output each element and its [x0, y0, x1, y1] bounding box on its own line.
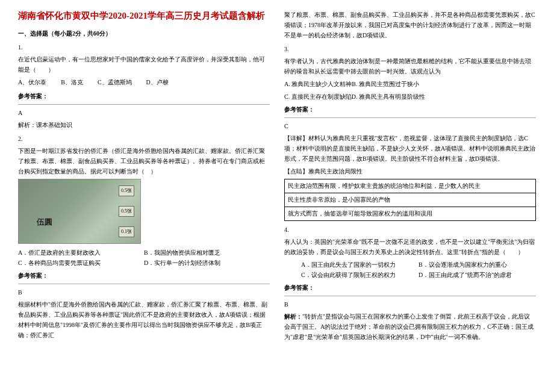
q4-explain: 解析："转折点"是指议会与国王在国家权力的重心上发生了倒置，此前王权高于议会，此…: [284, 311, 536, 342]
q2-explain-cont: 聚了粮票、布票、棉票、副食品购买券、工业品购买券，并不是各种商品都需要凭票购买，…: [284, 10, 536, 40]
q1-explain: 解析：课本基础知识: [18, 120, 270, 130]
q1-opt-d: D、卢梭: [146, 77, 169, 87]
coupon-value: 伍圓: [37, 216, 52, 229]
q1-opt-c: C、孟德斯鸠: [98, 77, 132, 87]
table-row: 就方式而言，抽签选举可能导致国家权力的滥用和误用: [285, 207, 536, 221]
q4-text: 有人认为：英国的"光荣革命"既不是一次微不足道的政变，也不是一次以建立"平衡宪法…: [284, 237, 536, 257]
q2-opt-b: B．我国的物资供应相对匮乏: [144, 247, 270, 258]
q4-opt-c: C．议会由此获得了限制王权的权力: [301, 270, 419, 280]
q4-number: 4.: [284, 225, 536, 235]
q2-opt-d: D．实行单一的计划经济体制: [144, 258, 270, 268]
q1-answer: A: [18, 108, 270, 118]
q4-options: A．国王由此失去了国家的一切权力 B．议会逐渐成为国家权力的重心 C．议会由此获…: [284, 260, 536, 280]
q1-options: A、伏尔泰 B、洛克 C、孟德斯鸠 D、卢梭: [18, 77, 270, 87]
q3-opts-cd: C. 直接民主存在制度缺陷D. 雅典民主具有明显阶级性: [284, 92, 536, 102]
limits-table: 民主政治范围有限，维护奴隶主贵族的统治地位和利益，是少数人的民主 民主性质非常原…: [284, 179, 536, 221]
q2-answer: B: [18, 287, 270, 297]
divider: [18, 284, 270, 284]
q2-options: A．侨汇是政府的主要财政收入 B．我国的物资供应相对匮乏 C．各种商品均需要凭票…: [18, 247, 270, 268]
q3-explain-1: 【详解】材料认为雅典民主只重视"发言权"，忽视监督，这体现了直接民主的制度缺陷，…: [284, 133, 536, 164]
table-row: 民主性质非常原始，是小国寡民的产物: [285, 193, 536, 207]
divider: [284, 117, 536, 118]
explain-label: 解析：: [284, 313, 302, 320]
q3-text: 有学者认为，古代雅典的政治体制是一种最简陋也最粗糙的结构，它不能从重要信息中筛去…: [284, 56, 536, 76]
q3-number: 3.: [284, 44, 536, 54]
q4-opt-d: D．国王由此成了"统而不治"的虚君: [419, 270, 536, 280]
answer-label: 参考答案：: [18, 270, 270, 281]
q1-text: 在近代启蒙运动中，有一位思想家对于中国的儒家文化给予了高度评价，并深受其影响，他…: [18, 54, 270, 75]
q2-opt-c: C．各种商品均需要凭票证购买: [18, 258, 144, 268]
ticket-label-2: 0.5张: [119, 206, 134, 217]
right-column: 聚了粮票、布票、棉票、副食品购买券、工业品购买券，并不是各种商品都需要凭票购买，…: [277, 10, 543, 382]
q4-opt-b: B．议会逐渐成为国家权力的重心: [419, 260, 536, 270]
q3-answer: C: [284, 121, 536, 131]
page-title: 湖南省怀化市黄双中学2020-2021学年高三历史月考试题含解析: [18, 10, 270, 22]
q4-explain-text: "转折点"是指议会与国王在国家权力的重心上发生了倒置，此前王权高于议会，此后议会…: [284, 313, 534, 340]
q4-opt-a: A．国王由此失去了国家的一切权力: [301, 260, 419, 270]
divider: [18, 104, 270, 105]
q3-explain-2: 【点睛】雅典民主政治局限性: [284, 166, 536, 176]
q1-number: 1.: [18, 42, 270, 52]
q3-opts-ab: A. 雅典民主缺少人文精神B. 雅典民主范围过于狭小: [284, 79, 536, 89]
q2-opt-a: A．侨汇是政府的主要财政收入: [18, 247, 144, 258]
q1-opt-b: B、洛克: [61, 77, 83, 87]
ticket-label-1: 0.5张: [119, 185, 134, 196]
divider: [284, 296, 536, 296]
q2-number: 2.: [18, 134, 270, 144]
ticket-label-3: 0.1张: [119, 226, 134, 237]
q4-answer: B: [284, 299, 536, 310]
q2-text: 下图是一时期江苏省发行的侨汇券（侨汇是海外侨胞给国内眷属的汇款、赠家款。侨汇券汇…: [18, 146, 270, 176]
table-row: 民主政治范围有限，维护奴隶主贵族的统治地位和利益，是少数人的民主: [285, 179, 536, 193]
coupon-image: 伍圓 0.5张 0.5张 0.1张: [18, 179, 141, 244]
left-column: 湖南省怀化市黄双中学2020-2021学年高三历史月考试题含解析 一、选择题（每…: [11, 10, 277, 382]
q2-explain: 根据材料中"侨汇是海外侨胞给国内眷属的汇款、赠家款，侨汇券汇聚了粮票、布票、棉票…: [18, 299, 270, 340]
answer-label: 参考答案：: [18, 91, 270, 101]
answer-label: 参考答案：: [284, 104, 536, 114]
q1-opt-a: A、伏尔泰: [18, 77, 46, 87]
answer-label: 参考答案：: [284, 282, 536, 293]
section-heading: 一、选择题（每小题2分，共60分）: [18, 28, 270, 39]
